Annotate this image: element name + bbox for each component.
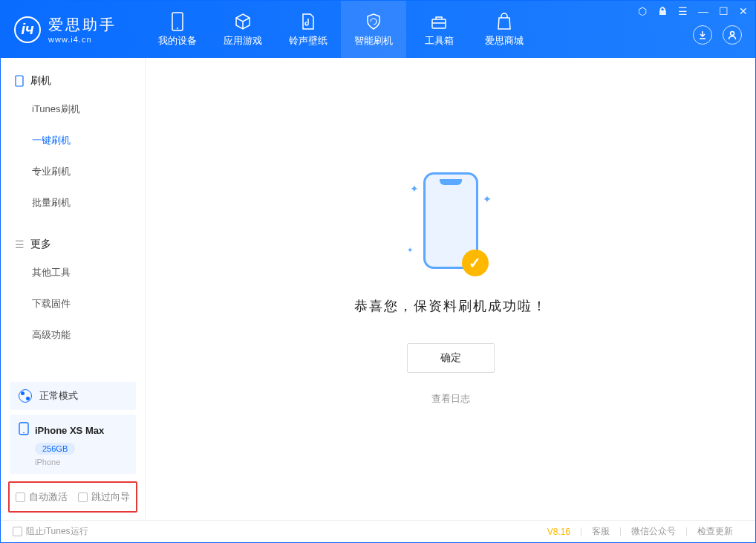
tab-toolbox[interactable]: 工具箱 [406,1,472,58]
sidebar: 刷机 iTunes刷机 一键刷机 专业刷机 批量刷机 ☰ 更多 其他工具 下载固… [1,58,146,520]
footer-link-update[interactable]: 检查更新 [687,525,743,538]
mode-box[interactable]: 正常模式 [10,382,136,410]
download-icon[interactable] [693,25,712,45]
sidebar-item-itunes-flash[interactable]: iTunes刷机 [1,94,145,125]
tab-label: 应用游戏 [224,34,262,48]
checkbox-block-itunes[interactable]: 阻止iTunes运行 [13,525,88,538]
tab-smart-flash[interactable]: 智能刷机 [341,1,406,58]
tab-label: 我的设备 [158,34,197,48]
checkbox-label: 跳过向导 [91,490,130,504]
checkbox-label: 阻止iTunes运行 [26,525,88,538]
device-box[interactable]: iPhone XS Max 256GB iPhone [10,414,136,474]
checkbox-skip-guide[interactable]: 跳过向导 [78,490,130,504]
logo-icon: iч [14,16,41,43]
window-controls: ⬡ 🔒︎ ☰ ― ☐ ✕ [638,5,748,17]
svg-point-3 [731,32,734,36]
device-name: iPhone XS Max [35,425,104,436]
shield-refresh-icon [364,12,383,31]
check-icon: ✓ [462,250,489,276]
phone-small-icon [19,422,29,438]
list-icon: ☰ [14,239,25,250]
sidebar-item-advanced[interactable]: 高级功能 [1,319,145,351]
sparkle-icon: ✦ [483,193,492,205]
music-file-icon [299,12,318,31]
maximize-button[interactable]: ☐ [719,5,729,17]
checkbox-label: 自动激活 [29,490,68,504]
device-icon [14,76,25,86]
mode-label: 正常模式 [39,389,78,403]
sidebar-item-download-firmware[interactable]: 下载固件 [1,288,145,319]
flash-options: 自动激活 跳过向导 [8,481,137,513]
lock-icon[interactable]: 🔒︎ [657,5,668,17]
tab-my-device[interactable]: 我的设备 [145,1,210,58]
section-more: ☰ 更多 [1,232,145,257]
checkbox-icon [13,527,22,536]
sparkle-icon: ✦ [410,183,419,195]
app-name: 爱思助手 [48,15,117,35]
header: iч 爱思助手 www.i4.cn 我的设备 应用游戏 铃声壁纸 智能刷机 工具… [1,1,755,58]
version-label: V8.16 [537,527,581,537]
device-capacity: 256GB [35,443,75,455]
logo: iч 爱思助手 www.i4.cn [1,15,130,44]
menu-icon[interactable]: ☰ [678,5,688,17]
tab-store[interactable]: 爱思商城 [472,1,537,58]
footer-link-support[interactable]: 客服 [581,525,620,538]
success-message: 恭喜您，保资料刷机成功啦！ [354,297,547,315]
section-title: 刷机 [30,74,51,88]
svg-point-6 [23,432,25,434]
app-url: www.i4.cn [48,35,117,44]
view-log-link[interactable]: 查看日志 [431,392,470,406]
sidebar-item-onekey-flash[interactable]: 一键刷机 [1,125,145,156]
toolbox-icon [429,12,449,31]
minimize-button[interactable]: ― [698,5,708,17]
tab-label: 铃声壁纸 [289,34,328,48]
main-tabs: 我的设备 应用游戏 铃声壁纸 智能刷机 工具箱 爱思商城 [145,1,537,58]
phone-icon [168,12,187,31]
sidebar-item-batch-flash[interactable]: 批量刷机 [1,187,145,218]
shirt-icon[interactable]: ⬡ [638,5,647,17]
confirm-button[interactable]: 确定 [407,343,495,373]
tab-label: 工具箱 [425,34,454,48]
success-illustration: ✦ ✦ ✦ ✓ [410,172,492,284]
tab-label: 智能刷机 [354,34,393,48]
sidebar-item-pro-flash[interactable]: 专业刷机 [1,156,145,187]
tab-label: 爱思商城 [485,34,524,48]
svg-point-1 [177,27,178,29]
device-type: iPhone [35,458,127,466]
mode-icon [19,389,32,403]
svg-rect-4 [16,76,23,86]
shopping-bag-icon [495,12,514,31]
tab-ringtones[interactable]: 铃声壁纸 [276,1,341,58]
section-flash: 刷机 [1,68,145,94]
checkbox-icon [16,492,25,502]
tab-apps-games[interactable]: 应用游戏 [210,1,276,58]
sparkle-icon: ✦ [407,246,413,254]
checkbox-auto-activate[interactable]: 自动激活 [16,490,68,504]
footer-link-wechat[interactable]: 微信公众号 [621,525,686,538]
footer: 阻止iTunes运行 V8.16 客服 微信公众号 检查更新 [1,520,755,542]
sidebar-item-other-tools[interactable]: 其他工具 [1,257,145,288]
cube-icon [233,12,252,31]
main-content: ✦ ✦ ✦ ✓ 恭喜您，保资料刷机成功啦！ 确定 查看日志 [146,58,755,520]
section-title: 更多 [30,238,51,251]
checkbox-icon [78,492,88,502]
user-icon[interactable] [723,25,742,45]
close-button[interactable]: ✕ [739,5,748,17]
svg-rect-2 [432,19,446,28]
